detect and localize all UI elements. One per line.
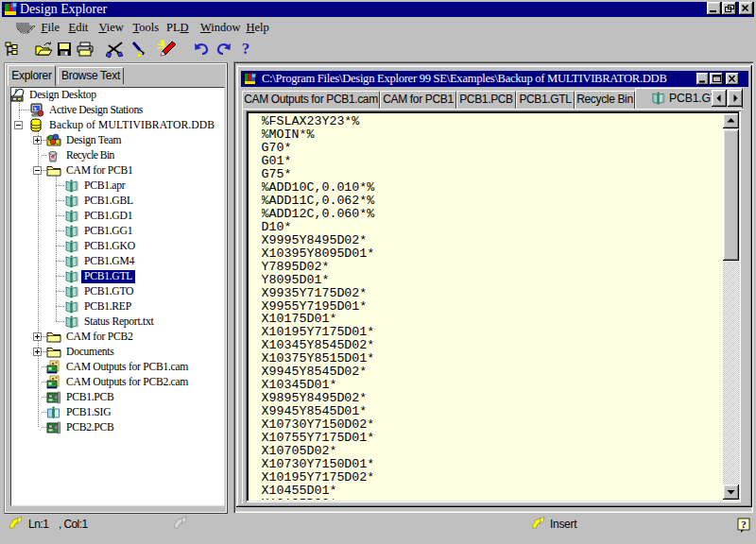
svg-text:?: ? <box>741 518 747 530</box>
